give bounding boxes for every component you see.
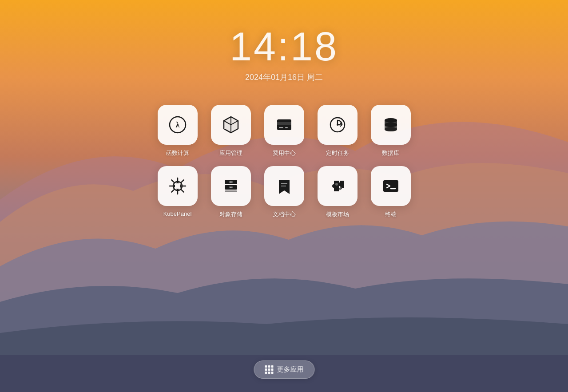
appstore-icon <box>328 176 347 196</box>
app-item-cron[interactable]: 定时任务 <box>318 105 357 157</box>
app-label-database: 数据库 <box>382 149 399 157</box>
app-item-database[interactable]: 数据库 <box>371 105 411 157</box>
app-icon-cron[interactable] <box>318 105 357 145</box>
terminal-icon <box>381 176 401 196</box>
svg-point-17 <box>385 123 397 127</box>
billing-icon <box>274 115 294 135</box>
svg-line-24 <box>171 180 174 182</box>
app-item-terminal[interactable]: 终端 <box>371 166 411 218</box>
app-label-functions: 函数计算 <box>166 149 189 157</box>
app-icon-object-storage[interactable] <box>211 166 251 206</box>
app-icon-docs[interactable] <box>264 166 304 206</box>
svg-line-27 <box>171 190 174 192</box>
app-icon-billing[interactable] <box>264 105 304 145</box>
grid-icon <box>265 365 273 374</box>
svg-point-16 <box>385 127 397 131</box>
svg-point-34 <box>230 187 231 188</box>
cron-icon <box>328 115 347 135</box>
svg-rect-30 <box>225 190 237 192</box>
app-item-functions[interactable]: λ 函数计算 <box>158 105 198 157</box>
svg-line-26 <box>181 180 183 182</box>
svg-rect-9 <box>279 127 283 128</box>
svg-point-14 <box>337 124 338 126</box>
app-label-docs: 文档中心 <box>273 210 296 218</box>
app-item-app-management[interactable]: 应用管理 <box>211 105 251 157</box>
svg-point-38 <box>339 186 342 189</box>
app-label-app-management: 应用管理 <box>219 149 242 157</box>
date-display: 2024年01月16日 周二 <box>245 72 323 83</box>
function-icon: λ <box>168 115 187 135</box>
app-label-billing: 费用中心 <box>273 149 296 157</box>
app-label-kubepanel: KubePanel <box>163 210 192 217</box>
more-apps-label: 更多应用 <box>277 365 303 374</box>
svg-rect-39 <box>383 180 398 192</box>
svg-text:λ: λ <box>175 120 179 129</box>
cube-icon <box>221 115 241 135</box>
app-label-object-storage: 对象存储 <box>219 210 242 218</box>
app-icon-database[interactable] <box>371 105 411 145</box>
database-icon <box>381 115 401 135</box>
svg-point-37 <box>335 183 338 186</box>
app-icon-app-management[interactable] <box>211 105 251 145</box>
svg-point-33 <box>230 182 231 183</box>
app-item-object-storage[interactable]: 对象存储 <box>211 166 251 218</box>
app-icon-app-store[interactable] <box>318 166 357 206</box>
app-grid: λ 函数计算 应用管理 <box>158 105 411 218</box>
main-content: 14:18 2024年01月16日 周二 λ 函数计算 <box>0 0 568 392</box>
app-label-terminal: 终端 <box>385 210 397 218</box>
app-item-docs[interactable]: 文档中心 <box>264 166 304 218</box>
svg-rect-10 <box>285 127 288 128</box>
docs-icon <box>274 176 294 196</box>
more-apps-button[interactable]: 更多应用 <box>254 360 314 379</box>
clock-display: 14:18 <box>230 27 338 67</box>
app-item-app-store[interactable]: 模板市场 <box>318 166 357 218</box>
storage-icon <box>221 176 241 196</box>
app-label-app-store: 模板市场 <box>326 210 349 218</box>
app-icon-functions[interactable]: λ <box>158 105 198 145</box>
svg-line-25 <box>181 190 183 192</box>
app-icon-terminal[interactable] <box>371 166 411 206</box>
app-icon-kubepanel[interactable] <box>158 166 198 206</box>
svg-rect-8 <box>277 122 291 125</box>
app-label-cron: 定时任务 <box>326 149 349 157</box>
app-item-billing[interactable]: 费用中心 <box>264 105 304 157</box>
app-item-kubepanel[interactable]: KubePanel <box>158 166 198 218</box>
kubepanel-icon <box>168 176 187 196</box>
